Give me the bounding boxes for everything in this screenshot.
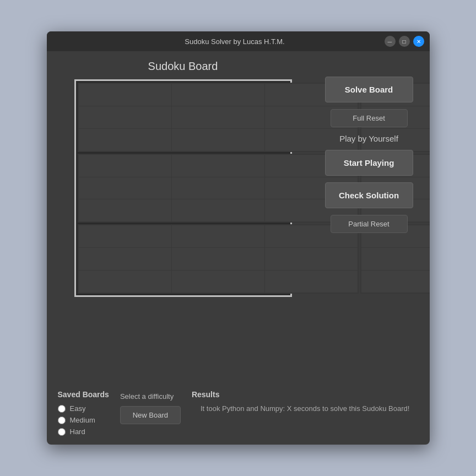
- play-by-yourself-label: Play by Yourself: [339, 134, 398, 143]
- saved-boards-section: Saved Boards Easy Medium Hard: [58, 390, 109, 436]
- cell-3-4[interactable]: [172, 177, 264, 199]
- cell-0-0[interactable]: [79, 84, 171, 106]
- radio-medium-input[interactable]: [58, 416, 66, 424]
- radio-hard[interactable]: Hard: [58, 428, 109, 436]
- maximize-button[interactable]: □: [399, 36, 410, 47]
- cell-6-0[interactable]: [79, 225, 171, 247]
- cell-3-3[interactable]: [79, 177, 171, 199]
- full-reset-button[interactable]: Full Reset: [331, 109, 408, 127]
- cell-6-3[interactable]: [79, 248, 171, 270]
- cell-6-7[interactable]: [172, 271, 264, 293]
- difficulty-label: Select a difficulty: [120, 392, 181, 401]
- cell-6-4[interactable]: [172, 248, 264, 270]
- difficulty-radio-group: Easy Medium Hard: [58, 404, 109, 436]
- cell-6-6[interactable]: [79, 271, 171, 293]
- cell-0-7[interactable]: [172, 129, 264, 151]
- left-panel: Sudoku Board: [58, 60, 309, 381]
- new-board-button[interactable]: New Board: [120, 406, 181, 424]
- start-playing-button[interactable]: Start Playing: [325, 150, 413, 176]
- radio-easy-input[interactable]: [58, 405, 66, 413]
- sudoku-block-0: [78, 83, 359, 152]
- bottom-panel: Saved Boards Easy Medium Hard Select a d…: [47, 381, 430, 445]
- radio-hard-input[interactable]: [58, 428, 66, 436]
- radio-easy[interactable]: Easy: [58, 404, 109, 413]
- cell-3-6[interactable]: [79, 199, 171, 221]
- window-title: Sudoku Solver by Lucas H.T.M.: [85, 37, 385, 46]
- sudoku-board: [74, 79, 292, 297]
- cell-3-1[interactable]: [172, 155, 264, 177]
- main-content: Sudoku Board: [47, 51, 430, 381]
- minimize-button[interactable]: –: [385, 36, 396, 47]
- board-title: Sudoku Board: [148, 60, 218, 73]
- sudoku-block-6: [78, 224, 359, 294]
- saved-boards-title: Saved Boards: [58, 390, 109, 399]
- cell-0-3[interactable]: [79, 106, 171, 128]
- check-solution-button[interactable]: Check Solution: [325, 182, 413, 208]
- cell-6-1[interactable]: [172, 225, 264, 247]
- partial-reset-button[interactable]: Partial Reset: [331, 215, 408, 233]
- results-text: It took Python and Numpy: X seconds to s…: [192, 403, 419, 414]
- sudoku-block-3: [78, 154, 359, 223]
- app-window: Sudoku Solver by Lucas H.T.M. – □ ✕ Sudo…: [47, 31, 430, 445]
- cell-0-4[interactable]: [172, 106, 264, 128]
- results-title: Results: [192, 390, 419, 399]
- window-controls: – □ ✕: [385, 36, 424, 47]
- solve-board-button[interactable]: Solve Board: [325, 77, 413, 102]
- results-section: Results It took Python and Numpy: X seco…: [192, 390, 419, 436]
- cell-0-1[interactable]: [172, 84, 264, 106]
- cell-0-6[interactable]: [79, 129, 171, 151]
- radio-medium-label: Medium: [70, 416, 95, 424]
- cell-3-7[interactable]: [172, 199, 264, 221]
- difficulty-section: Select a difficulty New Board: [120, 390, 181, 436]
- radio-easy-label: Easy: [70, 404, 86, 413]
- close-button[interactable]: ✕: [413, 36, 424, 47]
- cell-3-0[interactable]: [79, 155, 171, 177]
- radio-medium[interactable]: Medium: [58, 416, 109, 424]
- right-panel: Solve Board Full Reset Play by Yourself …: [320, 60, 419, 381]
- radio-hard-label: Hard: [70, 428, 85, 436]
- titlebar: Sudoku Solver by Lucas H.T.M. – □ ✕: [47, 31, 430, 51]
